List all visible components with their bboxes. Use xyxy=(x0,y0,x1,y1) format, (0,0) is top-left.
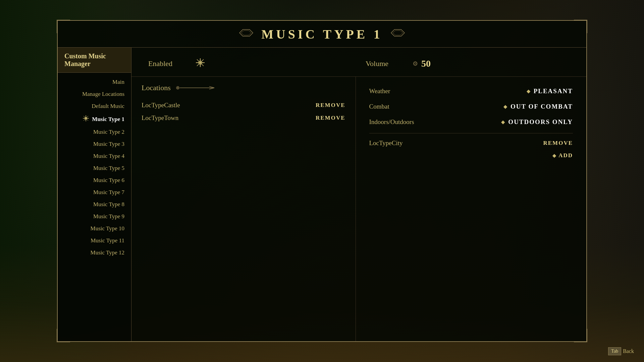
right-remove-button-0[interactable]: REMOVE xyxy=(543,140,573,146)
weather-value[interactable]: ◆ PLEASANT xyxy=(527,87,573,95)
sidebar-item-label-14: Music Type 12 xyxy=(91,249,124,256)
volume-row: Volume ⚙ 50 xyxy=(366,58,570,69)
right-location-name-0: LocTypeCity xyxy=(369,139,403,147)
sidebar-item-label-3: Music Type 1 xyxy=(92,116,124,123)
sidebar-nav: MainManage LocationsDefault Music Music … xyxy=(58,73,131,262)
back-label: Back xyxy=(623,348,634,354)
sidebar-item-label-7: Music Type 5 xyxy=(93,165,124,172)
location-name-0: LocTypeCastle xyxy=(142,102,180,109)
sidebar-item-label-1: Manage Locations xyxy=(82,91,124,98)
corner-br xyxy=(574,329,587,342)
sidebar-item-4[interactable]: Music Type 2 xyxy=(58,126,131,138)
sidebar-item-0[interactable]: Main xyxy=(58,76,131,88)
sidebar-item-1[interactable]: Manage Locations xyxy=(58,88,131,100)
add-button[interactable]: ◆ ADD xyxy=(552,152,573,159)
add-arrow: ◆ xyxy=(552,153,557,159)
sidebar-item-5[interactable]: Music Type 3 xyxy=(58,138,131,150)
prop-divider xyxy=(369,133,573,133)
sidebar-item-10[interactable]: Music Type 8 xyxy=(58,198,131,210)
main-dialog: MUSIC TYPE 1 Custom Music Manager MainMa… xyxy=(57,20,587,342)
title-ornament-right xyxy=(389,28,406,40)
indoors-outdoors-label: Indoors/Outdoors xyxy=(369,118,414,126)
add-row: ◆ ADD xyxy=(369,149,573,162)
location-name-1: LocTypeTown xyxy=(142,114,178,122)
properties-panel: Weather ◆ PLEASANT Combat ◆ OUT OF COMBA… xyxy=(356,77,587,341)
middle-section: Locations LocTypeCas xyxy=(131,77,586,341)
title-ornament-left xyxy=(238,28,255,40)
enabled-label: Enabled xyxy=(148,59,189,68)
sidebar-item-12[interactable]: Music Type 10 xyxy=(58,223,131,235)
corner-bl xyxy=(57,329,70,342)
indoors-outdoors-row: Indoors/Outdoors ◆ OUTDOORS ONLY xyxy=(369,114,573,130)
enabled-icon[interactable] xyxy=(195,58,205,70)
remove-button-0[interactable]: REMOVE xyxy=(316,102,345,109)
indoors-arrow: ◆ xyxy=(501,119,505,125)
weather-row: Weather ◆ PLEASANT xyxy=(369,83,573,99)
svg-point-15 xyxy=(177,87,178,88)
footer-controls: Tab Back xyxy=(608,347,634,355)
right-locations-list: LocTypeCity REMOVE xyxy=(369,137,573,149)
sidebar-item-11[interactable]: Music Type 9 xyxy=(58,210,131,223)
locations-header: Locations xyxy=(142,83,345,92)
combat-arrow: ◆ xyxy=(503,104,508,110)
sidebar-item-14[interactable]: Music Type 12 xyxy=(58,247,131,259)
location-row-0: LocTypeCastle REMOVE xyxy=(142,99,345,112)
volume-value: 50 xyxy=(421,58,431,69)
svg-marker-1 xyxy=(241,31,251,35)
sidebar-item-label-10: Music Type 8 xyxy=(93,201,124,208)
location-row-1: LocTypeTown REMOVE xyxy=(142,112,345,124)
enabled-row: Enabled xyxy=(148,58,352,70)
sidebar-item-label-0: Main xyxy=(112,79,124,85)
sidebar-item-8[interactable]: Music Type 6 xyxy=(58,174,131,186)
sidebar-item-3[interactable]: Music Type 1 xyxy=(58,112,131,126)
sidebar-item-label-12: Music Type 10 xyxy=(91,225,124,232)
sidebar-item-label-9: Music Type 7 xyxy=(93,189,124,196)
combat-value[interactable]: ◆ OUT OF COMBAT xyxy=(503,103,573,110)
sidebar-header: Custom Music Manager xyxy=(58,48,131,73)
right-panel: Enabled Volume ⚙ xyxy=(131,48,586,341)
sidebar-item-13[interactable]: Music Type 11 xyxy=(58,235,131,247)
sidebar-item-label-13: Music Type 11 xyxy=(91,237,124,244)
weather-arrow: ◆ xyxy=(527,88,531,94)
volume-label: Volume xyxy=(366,59,406,68)
svg-marker-3 xyxy=(393,31,403,35)
page-title: MUSIC TYPE 1 xyxy=(261,27,382,42)
combat-label: Combat xyxy=(369,103,389,110)
right-location-row-0: LocTypeCity REMOVE xyxy=(369,137,573,149)
content-area: Custom Music Manager MainManage Location… xyxy=(58,48,586,341)
volume-display: ⚙ 50 xyxy=(413,58,431,69)
volume-icon: ⚙ xyxy=(413,60,418,67)
sidebar-title: Custom Music Manager xyxy=(64,52,106,67)
sidebar-item-9[interactable]: Music Type 7 xyxy=(58,186,131,198)
title-bar: MUSIC TYPE 1 xyxy=(58,21,586,48)
top-section: Enabled Volume ⚙ xyxy=(131,48,586,77)
sidebar-item-7[interactable]: Music Type 5 xyxy=(58,162,131,174)
sidebar-item-label-8: Music Type 6 xyxy=(93,177,124,184)
locations-panel: Locations LocTypeCas xyxy=(131,77,356,341)
sidebar-item-label-2: Default Music xyxy=(92,103,124,110)
indoors-outdoors-value[interactable]: ◆ OUTDOORS ONLY xyxy=(501,118,573,126)
sidebar: Custom Music Manager MainManage Location… xyxy=(58,48,131,341)
active-item-icon xyxy=(83,115,89,123)
sidebar-item-label-5: Music Type 3 xyxy=(93,141,124,147)
sidebar-item-label-6: Music Type 4 xyxy=(93,153,124,160)
remove-button-1[interactable]: REMOVE xyxy=(316,115,345,121)
weather-label: Weather xyxy=(369,87,390,95)
combat-row: Combat ◆ OUT OF COMBAT xyxy=(369,99,573,114)
locations-icon xyxy=(176,84,216,92)
locations-title: Locations xyxy=(142,83,171,92)
sidebar-item-label-4: Music Type 2 xyxy=(93,129,124,135)
sidebar-item-6[interactable]: Music Type 4 xyxy=(58,150,131,162)
tab-key-badge[interactable]: Tab xyxy=(608,347,621,355)
sidebar-item-2[interactable]: Default Music xyxy=(58,100,131,112)
sidebar-item-label-11: Music Type 9 xyxy=(93,213,124,220)
locations-list: LocTypeCastle REMOVE LocTypeTown REMOVE xyxy=(142,99,345,124)
